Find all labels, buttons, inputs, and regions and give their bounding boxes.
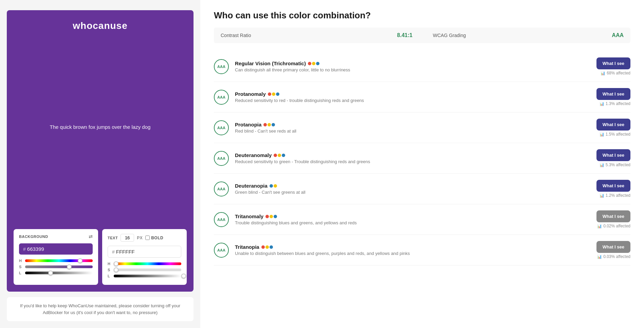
text-hex-row: # — [108, 246, 181, 258]
right-panel: Who can use this color combination? Cont… — [200, 0, 644, 328]
color-controls: BACKGROUND ⇄ # H S — [14, 229, 187, 285]
affected-text-tritanomaly: 📊 0.02% affected — [597, 224, 630, 228]
vision-card-tritanopia: AAA Tritanopia Unable to distinguish bet… — [214, 235, 630, 265]
text-s-label: S — [108, 268, 111, 272]
bar-icon-protanomaly: 📊 — [600, 102, 604, 106]
vision-desc-deuteranomaly: Reduced sensitivity to green - Trouble d… — [235, 159, 579, 164]
bar-icon-protanopia: 📊 — [600, 132, 604, 137]
text-hex-input[interactable] — [116, 249, 147, 255]
aaa-badge-tritanopia: AAA — [214, 243, 229, 258]
affected-text-protanopia: 📊 1.5% affected — [600, 132, 630, 137]
what-i-see-btn-tritanomaly[interactable]: What I see — [596, 210, 630, 222]
vision-card-protanopia: AAA Protanopia Red blind - Can't see red… — [214, 113, 630, 143]
vision-card-regular: AAA Regular Vision (Trichromatic) Can di… — [214, 51, 630, 82]
adblock-text: If you'd like to help keep WhoCanUse mai… — [20, 303, 180, 315]
bg-l-slider-row: L — [19, 271, 93, 275]
what-i-see-btn-regular[interactable]: What I see — [596, 57, 630, 69]
bg-h-slider-row: H — [19, 259, 93, 263]
vision-actions-regular: What I see 📊 68% affected — [579, 57, 630, 75]
vision-desc-protanopia: Red blind - Can't see reds at all — [235, 128, 579, 134]
vision-desc-regular: Can distinguish all three primary color,… — [235, 67, 579, 72]
text-l-slider[interactable] — [114, 275, 181, 277]
bg-h-slider[interactable] — [25, 259, 93, 262]
vision-info-deuteranomaly: Deuteranomaly Reduced sensitivity to gre… — [235, 152, 579, 164]
bg-l-slider[interactable] — [25, 272, 93, 274]
vision-card-protanomaly: AAA Protanomaly Reduced sensitivity to r… — [214, 82, 630, 113]
aaa-badge-protanomaly: AAA — [214, 90, 229, 105]
what-i-see-btn-tritanopia[interactable]: What I see — [596, 241, 630, 253]
vision-name-protanomaly: Protanomaly — [235, 91, 579, 97]
aaa-badge-protanopia: AAA — [214, 120, 229, 135]
wcag-grade-value: AAA — [612, 32, 624, 38]
aaa-badge-tritanomaly: AAA — [214, 212, 229, 227]
aaa-badge-deuteranomaly: AAA — [214, 151, 229, 166]
text-l-label: L — [108, 274, 111, 278]
aaa-badge-deuteranopia: AAA — [214, 182, 229, 196]
bold-checkbox[interactable]: BOLD — [145, 236, 163, 240]
bar-icon-deuteranomaly: 📊 — [600, 163, 604, 167]
contrast-ratio-value: 8.41:1 — [397, 32, 412, 38]
vision-info-regular: Regular Vision (Trichromatic) Can distin… — [235, 61, 579, 72]
background-label: BACKGROUND — [19, 235, 48, 239]
vision-desc-tritanomaly: Trouble distinguishing blues and greens,… — [235, 220, 579, 225]
what-i-see-btn-protanopia[interactable]: What I see — [596, 119, 630, 131]
vision-actions-tritanomaly: What I see 📊 0.02% affected — [579, 210, 630, 228]
affected-text-deuteranopia: 📊 1.2% affected — [600, 193, 630, 198]
bar-icon-deuteranopia: 📊 — [600, 193, 604, 198]
px-label: PX — [137, 236, 143, 240]
vision-info-protanomaly: Protanomaly Reduced sensitivity to red -… — [235, 91, 579, 103]
vision-actions-protanopia: What I see 📊 1.5% affected — [579, 119, 630, 137]
logo-who: who — [73, 20, 93, 31]
background-card: BACKGROUND ⇄ # H S — [14, 229, 98, 285]
vision-name-tritanopia: Tritanopia — [235, 244, 579, 250]
text-s-slider-row: S — [108, 268, 181, 272]
adblock-notice: If you'd like to help keep WhoCanUse mai… — [7, 297, 194, 321]
font-size-input[interactable] — [121, 234, 134, 242]
vision-desc-deuteranopia: Green blind - Can't see greens at all — [235, 190, 579, 195]
text-s-slider[interactable] — [114, 269, 181, 271]
text-h-slider[interactable] — [114, 262, 181, 265]
vision-actions-tritanopia: What I see 📊 0.03% affected — [579, 241, 630, 259]
bg-s-slider[interactable] — [25, 265, 93, 268]
logo: whocanuse — [73, 20, 128, 31]
vision-name-deuteranopia: Deuteranopia — [235, 183, 579, 189]
bg-s-label: S — [19, 265, 22, 269]
affected-text-protanomaly: 📊 1.3% affected — [600, 101, 630, 106]
what-i-see-btn-deuteranopia[interactable]: What I see — [596, 180, 630, 192]
page-title: Who can use this color combination? — [214, 10, 630, 21]
contrast-bar: Contrast Ratio 8.41:1 WCAG Grading AAA — [214, 28, 630, 43]
vision-card-deuteranomaly: AAA Deuteranomaly Reduced sensitivity to… — [214, 143, 630, 174]
bar-icon-tritanomaly: 📊 — [597, 224, 602, 228]
vision-list: AAA Regular Vision (Trichromatic) Can di… — [214, 51, 630, 265]
bg-hex-input[interactable] — [27, 246, 58, 252]
vision-name-protanopia: Protanopia — [235, 122, 579, 127]
bg-h-label: H — [19, 259, 22, 263]
bar-icon-regular: 📊 — [601, 71, 605, 75]
vision-card-deuteranopia: AAA Deuteranopia Green blind - Can't see… — [214, 174, 630, 204]
affected-text-deuteranomaly: 📊 5.3% affected — [600, 162, 630, 167]
text-h-label: H — [108, 262, 111, 266]
aaa-badge-regular: AAA — [214, 59, 229, 74]
left-panel: whocanuse The quick brown fox jumps over… — [0, 0, 200, 328]
swap-icon[interactable]: ⇄ — [89, 234, 93, 239]
vision-name-deuteranomaly: Deuteranomaly — [235, 152, 579, 158]
bg-l-label: L — [19, 271, 22, 275]
what-i-see-btn-protanomaly[interactable]: What I see — [596, 88, 630, 100]
vision-info-tritanopia: Tritanopia Unable to distinguish between… — [235, 244, 579, 256]
background-header: BACKGROUND ⇄ — [19, 234, 93, 239]
vision-actions-deuteranomaly: What I see 📊 5.3% affected — [579, 149, 630, 167]
vision-actions-deuteranopia: What I see 📊 1.2% affected — [579, 180, 630, 198]
text-l-slider-row: L — [108, 274, 181, 278]
text-h-slider-row: H — [108, 262, 181, 266]
what-i-see-btn-deuteranomaly[interactable]: What I see — [596, 149, 630, 161]
bold-checkbox-input[interactable] — [145, 236, 150, 240]
contrast-ratio-label: Contrast Ratio — [221, 33, 251, 38]
sample-text: The quick brown fox jumps over the lazy … — [50, 124, 151, 130]
vision-desc-tritanopia: Unable to distinguish between blues and … — [235, 251, 579, 256]
bg-hash: # — [23, 246, 26, 252]
vision-name-tritanomaly: Tritanomaly — [235, 213, 579, 219]
bg-hex-row: # — [19, 243, 93, 255]
vision-card-tritanomaly: AAA Tritanomaly Trouble distinguishing b… — [214, 204, 630, 235]
vision-info-tritanomaly: Tritanomaly Trouble distinguishing blues… — [235, 213, 579, 225]
vision-info-deuteranopia: Deuteranopia Green blind - Can't see gre… — [235, 183, 579, 195]
